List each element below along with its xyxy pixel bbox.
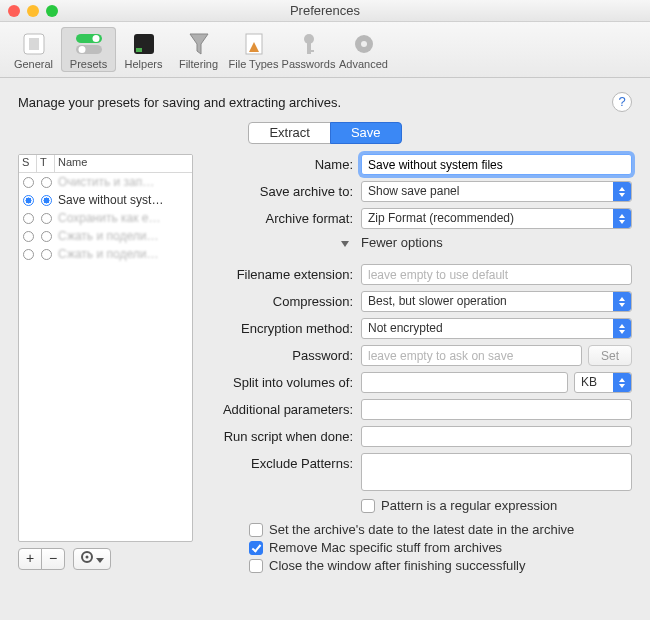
ext-label: Filename extension: [205, 267, 361, 282]
archive-date-label: Set the archive's date to the latest dat… [269, 522, 574, 537]
encryption-select[interactable]: Not encrypted [361, 318, 632, 339]
svg-rect-10 [307, 42, 311, 54]
toolbar-passwords[interactable]: Passwords [281, 27, 336, 72]
exclude-field[interactable] [361, 453, 632, 491]
toolbar-filetypes[interactable]: File Types [226, 27, 281, 72]
list-item[interactable]: Save without syst… [19, 191, 192, 209]
list-header: S T Name [19, 155, 192, 173]
window-title: Preferences [290, 3, 360, 18]
list-item[interactable]: Сжать и подели… [19, 245, 192, 263]
toolbar-helpers[interactable]: Helpers [116, 27, 171, 72]
toolbar-general[interactable]: General [6, 27, 61, 72]
radio-s[interactable] [23, 231, 34, 242]
radio-t[interactable] [41, 231, 52, 242]
helpers-icon [116, 31, 171, 57]
list-item[interactable]: Очистить и зап… [19, 173, 192, 191]
password-field[interactable] [361, 345, 582, 366]
general-icon [6, 31, 61, 57]
script-field[interactable] [361, 426, 632, 447]
gear-icon [80, 550, 94, 568]
list-item-name: Сохранить как е… [55, 211, 192, 225]
remove-button[interactable]: − [41, 548, 65, 570]
exclude-label: Exclude Patterns: [205, 453, 361, 471]
chevron-down-icon [96, 550, 104, 568]
split-field[interactable] [361, 372, 568, 393]
radio-t[interactable] [41, 195, 52, 206]
archive-date-checkbox[interactable] [249, 523, 263, 537]
saveto-select[interactable]: Show save panel [361, 181, 632, 202]
list-item[interactable]: Сохранить как е… [19, 209, 192, 227]
help-button[interactable]: ? [612, 92, 632, 112]
params-field[interactable] [361, 399, 632, 420]
radio-s[interactable] [23, 177, 34, 188]
radio-t[interactable] [41, 177, 52, 188]
list-item-name: Очистить и зап… [55, 175, 192, 189]
updown-icon [613, 209, 631, 228]
compression-label: Compression: [205, 294, 361, 309]
presets-icon [61, 31, 116, 57]
preset-list[interactable]: S T Name Очистить и зап…Save without sys… [18, 154, 193, 542]
close-window-checkbox[interactable] [249, 559, 263, 573]
triangle-down-icon [341, 241, 349, 247]
ext-field[interactable] [361, 264, 632, 285]
titlebar: Preferences [0, 0, 650, 22]
svg-point-3 [92, 35, 99, 42]
format-label: Archive format: [205, 211, 361, 226]
list-item[interactable]: Сжать и подели… [19, 227, 192, 245]
split-label: Split into volumes of: [205, 375, 361, 390]
format-select[interactable]: Zip Format (recommended) [361, 208, 632, 229]
name-field[interactable] [361, 154, 632, 175]
mode-tabs: Extract Save [0, 122, 650, 144]
filtering-icon [171, 31, 226, 57]
remove-mac-checkbox[interactable] [249, 541, 263, 555]
radio-t[interactable] [41, 249, 52, 260]
svg-point-5 [78, 46, 85, 53]
advanced-icon [336, 31, 391, 57]
split-unit-select[interactable]: KB [574, 372, 632, 393]
close-icon[interactable] [8, 5, 20, 17]
fewer-options-label[interactable]: Fewer options [361, 235, 443, 250]
name-label: Name: [205, 157, 361, 172]
updown-icon [613, 292, 631, 311]
tab-extract[interactable]: Extract [248, 122, 330, 144]
toolbar-presets[interactable]: Presets [61, 27, 116, 72]
toolbar-filtering[interactable]: Filtering [171, 27, 226, 72]
list-item-name: Сжать и подели… [55, 229, 192, 243]
svg-rect-1 [29, 38, 39, 50]
regex-checkbox[interactable] [361, 499, 375, 513]
regex-label: Pattern is a regular expression [381, 498, 557, 513]
tab-save[interactable]: Save [330, 122, 402, 144]
params-label: Additional parameters: [205, 402, 361, 417]
close-window-label: Close the window after finishing success… [269, 558, 526, 573]
updown-icon [613, 319, 631, 338]
saveto-label: Save archive to: [205, 184, 361, 199]
toolbar: General Presets Helpers Filtering File T… [0, 22, 650, 78]
encryption-label: Encryption method: [205, 321, 361, 336]
svg-point-13 [361, 41, 367, 47]
page-description: Manage your presets for saving and extra… [18, 95, 341, 110]
set-password-button[interactable]: Set [588, 345, 632, 366]
password-label: Password: [205, 348, 361, 363]
svg-rect-11 [307, 50, 314, 52]
fewer-options-disclosure[interactable] [205, 235, 361, 250]
updown-icon [613, 373, 631, 392]
radio-s[interactable] [23, 249, 34, 260]
radio-s[interactable] [23, 195, 34, 206]
action-menu-button[interactable] [73, 548, 111, 570]
passwords-icon [281, 31, 336, 57]
add-button[interactable]: + [18, 548, 42, 570]
toolbar-advanced[interactable]: Advanced [336, 27, 391, 72]
updown-icon [613, 182, 631, 201]
script-label: Run script when done: [205, 429, 361, 444]
remove-mac-label: Remove Mac specific stuff from archives [269, 540, 502, 555]
radio-s[interactable] [23, 213, 34, 224]
compression-select[interactable]: Best, but slower operation [361, 291, 632, 312]
list-item-name: Save without syst… [55, 193, 192, 207]
list-item-name: Сжать и подели… [55, 247, 192, 261]
zoom-icon[interactable] [46, 5, 58, 17]
minimize-icon[interactable] [27, 5, 39, 17]
radio-t[interactable] [41, 213, 52, 224]
svg-point-15 [86, 556, 89, 559]
svg-rect-7 [136, 48, 142, 52]
window-controls[interactable] [8, 5, 58, 17]
